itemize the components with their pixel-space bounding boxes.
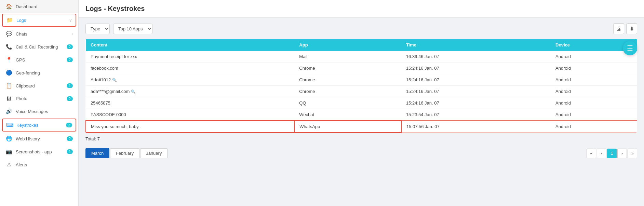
cell-app: Chrome (294, 74, 401, 86)
page-header: Logs - Keystrokes (79, 0, 644, 18)
sidebar-item-dashboard[interactable]: 🏠 Dashboard (0, 0, 78, 13)
sidebar-item-clipboard[interactable]: 📋 Clipboard 1 (0, 79, 78, 92)
chevron-down-icon: ∨ (69, 18, 72, 23)
pagination-area: March February January « ‹ 1 › » (85, 148, 637, 158)
table-row: facebook.comChrome15:24:16 Jan. 07Androi… (86, 63, 637, 74)
cell-content: PASSCODE 0000 (86, 109, 294, 121)
clipboard-icon: 📋 (5, 83, 12, 89)
type-filter[interactable]: Type All (85, 24, 110, 34)
cell-time: 15:07:56 Jan. 07 (401, 121, 551, 133)
sidebar-item-alerts[interactable]: ⚠ Alerts (0, 158, 78, 171)
cell-content: Miss you so much, baby.. (86, 121, 294, 133)
cell-content: Ada#1012🔍 (86, 74, 294, 86)
table-row: Payment receipt for xxxMail16:39:46 Jan.… (86, 51, 637, 63)
app-filter[interactable]: Top 10 Apps All Apps (113, 24, 152, 34)
cell-app: QQ (294, 97, 401, 109)
cell-device: Android (551, 86, 637, 97)
geo-fencing-icon: 🔵 (5, 70, 12, 76)
photo-icon: 🖼 (5, 96, 12, 101)
sidebar-item-photo[interactable]: 🖼 Photo 2 (0, 92, 78, 105)
last-page-button[interactable]: » (628, 149, 637, 158)
web-history-badge: 2 (67, 136, 73, 141)
logs-icon: 📁 (6, 17, 13, 23)
total-label: Total: 7 (85, 136, 100, 141)
cell-app: Wechat (294, 109, 401, 121)
sidebar-item-voice-messages[interactable]: 🔊 Voice Messages (0, 105, 78, 118)
content-area: Type All Top 10 Apps All Apps 🖨 ⬇ Conten… (79, 18, 644, 206)
cell-time: 15:24:16 Jan. 07 (401, 97, 551, 109)
fab-menu-button[interactable]: ☰ (623, 41, 637, 55)
cell-time: 15:24:16 Jan. 07 (401, 74, 551, 86)
month-march-button[interactable]: March (85, 148, 109, 158)
sidebar-item-label: Keystrokes (16, 123, 38, 128)
photo-badge: 2 (67, 96, 73, 101)
sidebar-item-label: Clipboard (16, 83, 35, 88)
month-tabs: March February January (85, 148, 167, 158)
cell-content: 25465875 (86, 97, 294, 109)
sidebar-item-web-history[interactable]: 🌐 Web History 2 (0, 132, 78, 145)
current-page-button[interactable]: 1 (607, 149, 617, 158)
page-title: Logs - Keystrokes (85, 5, 637, 13)
first-page-button[interactable]: « (587, 149, 596, 158)
cell-device: Android (551, 109, 637, 121)
cell-time: 15:24:16 Jan. 07 (401, 86, 551, 97)
main-content: Logs - Keystrokes Type All Top 10 Apps A… (79, 0, 644, 206)
total-row: Total: 7 (85, 133, 637, 145)
sidebar-item-label: Screenshots - app (16, 149, 52, 154)
next-page-button[interactable]: › (617, 149, 627, 158)
pagination-controls: « ‹ 1 › » (587, 149, 637, 158)
cell-device: Android (551, 97, 637, 109)
download-button[interactable]: ⬇ (626, 23, 637, 34)
sidebar-item-keystrokes[interactable]: ⌨ Keystrokes 2 (2, 119, 76, 132)
print-button[interactable]: 🖨 (613, 23, 624, 34)
cell-time: 15:23:54 Jan. 07 (401, 109, 551, 121)
prev-page-button[interactable]: ‹ (597, 149, 606, 158)
cell-time: 16:39:46 Jan. 07 (401, 51, 551, 63)
month-january-button[interactable]: January (140, 148, 167, 158)
voice-icon: 🔊 (5, 108, 12, 114)
col-content: Content (86, 39, 294, 51)
table-row: PASSCODE 0000Wechat15:23:54 Jan. 07Andro… (86, 109, 637, 121)
search-icon[interactable]: 🔍 (131, 90, 136, 94)
col-app: App (294, 39, 401, 51)
table-row: Ada#1012🔍Chrome15:24:16 Jan. 07Android (86, 74, 637, 86)
col-time: Time (401, 39, 551, 51)
sidebar-item-call-recording[interactable]: 📞 Call & Call Recording 2 (0, 40, 78, 53)
call-badge: 2 (67, 44, 73, 49)
web-history-icon: 🌐 (5, 136, 12, 142)
sidebar-item-label: Logs (16, 18, 26, 23)
filter-bar: Type All Top 10 Apps All Apps 🖨 ⬇ (85, 23, 637, 34)
cell-app: WhatsApp (294, 121, 401, 133)
cell-device: Android (551, 74, 637, 86)
sidebar-item-chats[interactable]: 💬 Chats ‹ (0, 27, 78, 40)
search-icon[interactable]: 🔍 (112, 78, 117, 82)
cell-device: Android (551, 121, 637, 133)
screenshots-badge: 1 (67, 149, 73, 154)
table-row: 25465875QQ15:24:16 Jan. 07Android (86, 97, 637, 109)
cell-device: Android (551, 63, 637, 74)
cell-content: Payment receipt for xxx (86, 51, 294, 63)
month-february-button[interactable]: February (110, 148, 139, 158)
table-header-row: Content App Time Device (86, 39, 637, 51)
keystrokes-table: Content App Time Device Payment receipt … (85, 39, 637, 133)
sidebar-item-label: Call & Call Recording (16, 44, 58, 50)
keystrokes-badge: 2 (66, 123, 72, 127)
table-row: ada****@gmail.com🔍Chrome15:24:16 Jan. 07… (86, 86, 637, 97)
sidebar-item-logs[interactable]: 📁 Logs ∨ (2, 14, 76, 27)
sidebar-item-label: Dashboard (16, 4, 38, 9)
sidebar-item-gps[interactable]: 📍 GPS 2 (0, 53, 78, 66)
chevron-left-icon: ‹ (71, 31, 73, 36)
sidebar-item-label: GPS (16, 57, 25, 63)
table-row: Miss you so much, baby..WhatsApp15:07:56… (86, 121, 637, 133)
sidebar-item-screenshots[interactable]: 📷 Screenshots - app 1 (0, 145, 78, 158)
cell-app: Mail (294, 51, 401, 63)
sidebar-item-geo-fencing[interactable]: 🔵 Geo-fencing (0, 66, 78, 79)
keystrokes-icon: ⌨ (6, 122, 13, 128)
alerts-icon: ⚠ (5, 162, 12, 168)
cell-app: Chrome (294, 63, 401, 74)
dashboard-icon: 🏠 (5, 3, 12, 10)
gps-badge: 2 (67, 57, 73, 62)
sidebar-item-label: Alerts (16, 162, 27, 167)
sidebar-item-label: Web History (16, 136, 40, 141)
filter-right-actions: 🖨 ⬇ (613, 23, 637, 34)
